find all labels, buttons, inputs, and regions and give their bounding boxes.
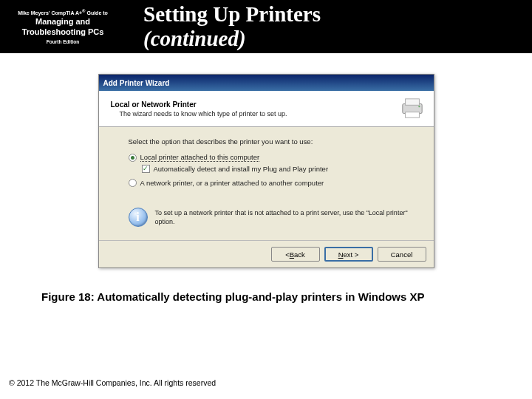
content-area: Add Printer Wizard Local or Network Prin… [0,53,532,303]
reg-mark: ® [82,9,85,13]
book-info-block: Mike Meyers' CompTIA A+® Guide to Managi… [0,6,126,47]
info-text: To set up a network printer that is not … [155,208,415,226]
checkbox-label: Automatically detect and install my Plug… [154,165,329,173]
title-main: Setting Up Printers [143,2,321,26]
cancel-button[interactable]: Cancel [378,247,426,262]
back-button[interactable]: < Back [271,247,320,262]
wizard-header-text: Local or Network Printer The wizard need… [111,100,287,117]
figure-caption: Figure 18: Automatically detecting plug-… [0,290,532,303]
radio-network-printer[interactable]: A network printer, or a printer attached… [129,179,415,187]
back-rest: ack [294,250,305,259]
cancel-label: Cancel [391,250,413,259]
wizard-body: Select the option that describes the pri… [99,127,434,240]
radio-local-label: Local printer attached to this computer [140,153,260,162]
radio-network-label: A network printer, or a printer attached… [140,179,324,187]
window-titlebar: Add Printer Wizard [99,75,434,91]
wizard-prompt: Select the option that describes the pri… [129,137,415,146]
radio-icon [129,154,137,162]
svg-rect-1 [405,99,419,105]
slide-title: Setting Up Printers (continued) [126,2,532,51]
svg-point-3 [418,106,420,107]
checkbox-icon: ✓ [142,165,150,173]
title-continued: (continued) [143,27,246,50]
book-title: Managing and Troubleshooting PCs [4,17,121,36]
titlebar-text: Add Printer Wizard [103,79,170,87]
wizard-header-subtitle: The wizard needs to know which type of p… [120,110,287,117]
radio-local-printer[interactable]: Local printer attached to this computer [129,153,415,162]
copyright-text: © 2012 The McGraw-Hill Companies, Inc. A… [9,378,216,387]
radio-icon [129,179,137,187]
info-row: i To set up a network printer that is no… [129,208,415,227]
series-suffix: Guide to [86,10,107,16]
add-printer-wizard-window: Add Printer Wizard Local or Network Prin… [98,74,434,268]
next-rest: ext > [344,250,359,259]
printer-icon [398,97,426,120]
book-edition: Fourth Edition [4,39,121,44]
wizard-button-row: < Back Next > Cancel [99,240,434,267]
info-icon: i [129,208,148,227]
slide-header: Mike Meyers' CompTIA A+® Guide to Managi… [0,0,532,53]
wizard-header: Local or Network Printer The wizard need… [99,91,434,127]
next-button[interactable]: Next > [324,247,373,262]
series-prefix: Mike Meyers' CompTIA A+ [18,10,82,16]
checkbox-auto-detect[interactable]: ✓ Automatically detect and install my Pl… [142,165,415,173]
next-u: N [338,250,344,259]
wizard-header-title: Local or Network Printer [111,100,287,109]
book-series: Mike Meyers' CompTIA A+® Guide to [4,9,121,16]
svg-rect-2 [405,112,419,118]
